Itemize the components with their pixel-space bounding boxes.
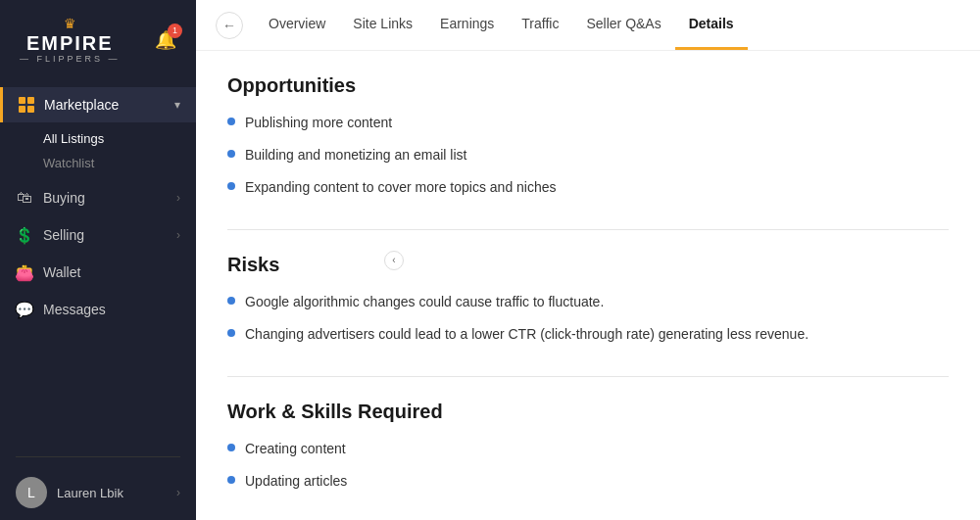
avatar: L — [16, 477, 47, 508]
logo: ♛ EMPIRE — FLIPPERS — — [20, 16, 121, 64]
bullet-dot — [227, 329, 235, 337]
chevron-right-icon: › — [176, 228, 180, 242]
bullet-dot — [227, 444, 235, 451]
back-button[interactable]: ← — [216, 12, 243, 39]
list-item: Publishing more content — [227, 113, 949, 133]
flippers-text: — FLIPPERS — — [20, 54, 121, 64]
sidebar-item-buying[interactable]: 🛍 Buying › — [0, 179, 196, 216]
bullet-dot — [227, 118, 235, 125]
main-content: ← Overview Site Links Earnings Traffic S… — [196, 0, 980, 520]
user-profile[interactable]: L Lauren Lbik › — [0, 465, 196, 520]
nav-tabs: Overview Site Links Earnings Traffic Sel… — [255, 0, 748, 50]
section-divider-2 — [227, 376, 949, 377]
list-item: Changing advertisers could lead to a low… — [227, 324, 949, 345]
back-icon: ← — [222, 18, 236, 33]
logo-area: ♛ EMPIRE — FLIPPERS — 🔔 1 — [0, 0, 196, 79]
risks-list: Google algorithmic changes could cause t… — [227, 292, 949, 345]
risk-item-2: Changing advertisers could lead to a low… — [245, 324, 808, 345]
content-area: Opportunities Publishing more content Bu… — [196, 51, 980, 520]
message-icon: 💬 — [16, 301, 33, 318]
sidebar-item-all-listings[interactable]: All Listings — [43, 126, 196, 151]
chevron-right-icon: › — [176, 486, 180, 499]
marketplace-label: Marketplace — [44, 97, 119, 113]
sidebar-item-watchlist[interactable]: Watchlist — [43, 151, 196, 175]
notification-bell[interactable]: 🔔 1 — [155, 29, 176, 51]
sidebar-collapse-button[interactable]: ‹ — [384, 251, 404, 270]
opportunities-section: Opportunities Publishing more content Bu… — [227, 74, 949, 198]
sidebar-divider — [16, 456, 180, 457]
tab-overview[interactable]: Overview — [255, 0, 339, 50]
section-divider — [227, 229, 949, 230]
bullet-dot — [227, 182, 235, 190]
opportunities-list: Publishing more content Building and mon… — [227, 113, 949, 198]
list-item: Building and monetizing an email list — [227, 145, 949, 165]
tab-earnings[interactable]: Earnings — [426, 0, 508, 50]
opportunity-item-1: Publishing more content — [245, 113, 392, 133]
risks-section: Risks Google algorithmic changes could c… — [227, 254, 949, 345]
sidebar-item-wallet[interactable]: 👛 Wallet — [0, 254, 196, 291]
buying-label: Buying — [43, 190, 85, 206]
opportunity-item-2: Building and monetizing an email list — [245, 145, 466, 165]
bullet-dot — [227, 150, 235, 158]
sidebar-item-marketplace[interactable]: Marketplace ▾ — [0, 87, 196, 122]
sub-nav: All Listings Watchlist — [0, 122, 196, 179]
bag-icon: 🛍 — [16, 189, 33, 207]
notification-badge: 1 — [168, 24, 182, 38]
opportunities-title: Opportunities — [227, 74, 949, 97]
work-item-2: Updating articles — [245, 471, 347, 492]
chevron-down-icon: ▾ — [174, 98, 180, 112]
dollar-icon: 💲 — [16, 226, 33, 244]
selling-label: Selling — [43, 227, 84, 243]
bullet-dot — [227, 297, 235, 305]
list-item: Google algorithmic changes could cause t… — [227, 292, 949, 312]
work-skills-title: Work & Skills Required — [227, 401, 949, 423]
user-name: Lauren Lbik — [57, 486, 123, 500]
marketplace-icon — [19, 97, 34, 113]
risk-item-1: Google algorithmic changes could cause t… — [245, 292, 604, 312]
list-item: Creating content — [227, 439, 949, 459]
wallet-icon: 👛 — [16, 263, 33, 281]
sidebar-item-messages[interactable]: 💬 Messages — [0, 291, 196, 328]
crown-icon: ♛ — [64, 16, 76, 31]
sidebar-nav: Marketplace ▾ All Listings Watchlist 🛍 B… — [0, 79, 196, 449]
wallet-label: Wallet — [43, 264, 80, 280]
work-skills-section: Work & Skills Required Creating content … — [227, 401, 949, 492]
opportunity-item-3: Expanding content to cover more topics a… — [245, 177, 557, 198]
tab-seller-qas[interactable]: Seller Q&As — [572, 0, 674, 50]
top-nav: ← Overview Site Links Earnings Traffic S… — [196, 0, 980, 51]
tab-details[interactable]: Details — [675, 0, 748, 50]
list-item: Updating articles — [227, 471, 949, 492]
tab-site-links[interactable]: Site Links — [339, 0, 426, 50]
work-item-1: Creating content — [245, 439, 346, 459]
chevron-right-icon: › — [176, 191, 180, 205]
work-skills-list: Creating content Updating articles — [227, 439, 949, 492]
bullet-dot — [227, 476, 235, 484]
list-item: Expanding content to cover more topics a… — [227, 177, 949, 198]
sidebar: ♛ EMPIRE — FLIPPERS — 🔔 1 Marketplace ▾ … — [0, 0, 196, 520]
sidebar-item-selling[interactable]: 💲 Selling › — [0, 216, 196, 254]
messages-label: Messages — [43, 302, 106, 317]
tab-traffic[interactable]: Traffic — [508, 0, 572, 50]
empire-text: EMPIRE — [26, 33, 114, 53]
risks-title: Risks — [227, 254, 949, 276]
